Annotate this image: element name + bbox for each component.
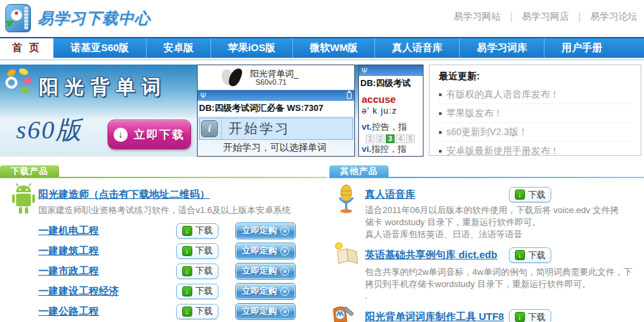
- product-link[interactable]: 一建建设工程经济: [38, 285, 176, 298]
- word-card: accuse ə' k ju:z vt.控告，指 1 2 3 4 5 vi.指控…: [359, 91, 423, 157]
- menu-item-description: 开始学习，可以选择单词: [223, 142, 353, 154]
- selected-menu-item: i 开始学习: [199, 118, 353, 140]
- banner-download-button[interactable]: ↓ 立即下载: [108, 120, 191, 149]
- update-item: 苹果版发布！: [439, 104, 631, 123]
- product-link[interactable]: 一建建筑工程: [38, 245, 176, 257]
- arrow-right-icon: »: [280, 287, 289, 296]
- bullet-icon: [439, 112, 442, 115]
- db-status-line: DB:四级考试词汇必备 WS:7307: [198, 101, 354, 116]
- link-forum[interactable]: 易学习论坛: [590, 11, 637, 23]
- order-now-button[interactable]: 立即定购»: [235, 243, 296, 259]
- app-header: 阳光背单词_ S60v0.71: [198, 65, 354, 90]
- download-button[interactable]: ↓下载: [176, 264, 218, 279]
- order-now-button[interactable]: 立即定购»: [235, 303, 296, 320]
- nav-item-ios[interactable]: 苹果iOS版: [210, 38, 292, 58]
- download-button[interactable]: ↓下载: [176, 223, 218, 239]
- main-nav: 首 页 诺基亚S60版 安卓版 苹果iOS版 微软WM版 真人语音库 易学习词库…: [0, 37, 644, 58]
- product-title-row: 英语基础共享例句库 dict.edb: [365, 249, 497, 261]
- nav-item-nokia-s60[interactable]: 诺基亚S60版: [53, 38, 146, 58]
- banner-title: 阳光背单词: [39, 74, 207, 101]
- recent-updates-box: 最近更新: 有版权的真人语音库发布！ 苹果版发布！ s60更新到V2.3版！ 安…: [429, 65, 641, 156]
- promo-banner: 阳光背单词 s60版 ↓ 立即下载 阳光背单词_ S60v0.71 Ψ DB:四…: [0, 65, 424, 157]
- download-arrow-icon: ↓: [182, 226, 192, 236]
- product-link[interactable]: 真人语音库: [365, 188, 415, 201]
- tab-download-products: 下载产品: [0, 165, 59, 177]
- download-button[interactable]: ↓下载: [509, 247, 551, 263]
- header: 易学习下载中心 易学习网站 | 易学习网店 | 易学习论坛: [0, 0, 644, 37]
- download-button[interactable]: ↓下载: [176, 304, 218, 319]
- bullet-icon: [439, 150, 442, 153]
- nav-item-manual[interactable]: 用户手册: [544, 38, 618, 58]
- tools-book-icon: [331, 305, 359, 322]
- word: accuse: [362, 93, 420, 105]
- product-row: 一建公路工程 ↓下载 立即定购»: [0, 301, 323, 321]
- order-now-button[interactable]: 立即定购»: [235, 283, 296, 300]
- schoolbag-logo-icon: [5, 4, 31, 32]
- download-arrow-icon: ↓: [182, 266, 192, 276]
- page: 易学习下载中心 易学习网站 | 易学习网店 | 易学习论坛 首 页 诺基亚S60…: [0, 0, 644, 322]
- other-products-list: 真人语音库 ↓下载 适合2011年06月以后版本的软件使用，下载后将 voice…: [329, 182, 644, 322]
- update-item: 有版权的真人语音库发布！: [439, 85, 631, 104]
- banner-subtitle: s60版: [16, 113, 83, 147]
- status-bar: Ψ: [198, 90, 354, 101]
- product-link[interactable]: 英语基础共享例句库 dict.edb: [365, 249, 497, 261]
- product-title-row: 真人语音库: [365, 188, 415, 201]
- product-desc-line: 包含共享的约2w单词音标，4w单词的例句，简明词典需要此文件，下: [365, 266, 632, 278]
- download-button[interactable]: ↓下载: [509, 309, 551, 322]
- db-status-line: DB:四级考试: [359, 76, 423, 91]
- download-arrow-icon: ↓: [515, 250, 525, 260]
- link-shop[interactable]: 易学习网店: [522, 11, 569, 23]
- download-arrow-icon: ↓: [182, 246, 192, 256]
- product-desc-line: 拷贝到手机存储卡wordstudy 目录下，重新运行软件即可。: [365, 278, 591, 290]
- product-link[interactable]: 阳光背单词词库制作工具 UTF8: [365, 311, 504, 322]
- nav-item-voice-library[interactable]: 真人语音库: [374, 38, 459, 58]
- arrow-right-icon: »: [280, 247, 289, 255]
- download-button[interactable]: ↓下载: [176, 284, 218, 299]
- product-link[interactable]: 一建市政工程: [38, 265, 176, 278]
- product-row: 一建建筑工程 ↓下载 立即定购»: [0, 241, 323, 261]
- bullet-icon: [439, 131, 442, 134]
- download-product-list: 一建机电工程 ↓下载 立即定购» 一建建筑工程 ↓下载 立即定购» 一建市政工程…: [0, 220, 323, 321]
- status-bar: Ψ: [359, 65, 423, 76]
- meaning-line: vt.控告，指: [362, 121, 420, 133]
- arrow-right-icon: »: [280, 227, 289, 235]
- page-number: 4: [396, 134, 405, 143]
- info-icon: i: [201, 120, 218, 137]
- download-arrow-icon: ↓: [515, 190, 525, 200]
- antenna-icon: Ψ: [200, 92, 206, 99]
- product-link[interactable]: 一建机电工程: [38, 225, 176, 237]
- updates-title: 最近更新:: [439, 71, 631, 83]
- product-desc-line: 适合2011年06月以后版本的软件使用，下载后将 voice.edv 文件拷: [365, 204, 619, 216]
- product-desc-line: 真人语音库包括英语、日语、法语等语音: [365, 229, 522, 241]
- update-item: s60更新到V2.3版！: [439, 123, 631, 142]
- tab-other-products: 其他产品: [329, 165, 389, 177]
- product-title-row: 阳光背单词词库制作工具 UTF8: [365, 311, 504, 322]
- update-item: 安卓版最新使用手册发布！: [439, 142, 631, 161]
- battery-icon: [347, 92, 352, 99]
- order-now-button[interactable]: 立即定购»: [235, 263, 296, 280]
- page-number-active: 3: [386, 134, 395, 143]
- order-now-button[interactable]: 立即定购»: [235, 223, 296, 239]
- download-button[interactable]: ↓下载: [509, 187, 551, 202]
- page-number: 2: [376, 134, 385, 143]
- featured-product-link[interactable]: 阳光建造师（点击有下载地址二维码）: [38, 188, 210, 200]
- product-desc-line: 储卡 wordstudy 目录下，重新运行软件即可。: [365, 216, 540, 229]
- app-version: S60v0.71: [255, 78, 286, 86]
- phone-screenshot-1: 阳光背单词_ S60v0.71 Ψ DB:四级考试词汇必备 WS:7307 i …: [197, 65, 355, 157]
- download-button[interactable]: ↓下载: [176, 243, 218, 259]
- nav-underline: [0, 59, 644, 61]
- bullet-icon: [439, 93, 442, 96]
- nav-item-home[interactable]: 首 页: [0, 38, 53, 58]
- nav-item-android[interactable]: 安卓版: [146, 38, 210, 58]
- download-arrow-icon: ↓: [182, 307, 192, 317]
- arrow-right-icon: »: [280, 307, 289, 316]
- arrow-right-icon: »: [280, 267, 289, 276]
- product-desc-line: .: [365, 290, 368, 300]
- logo-link[interactable]: 易学习下载中心: [5, 4, 151, 32]
- phone-screenshot-2: Ψ DB:四级考试 accuse ə' k ju:z vt.控告，指 1 2 3…: [358, 65, 424, 157]
- nav-item-wm[interactable]: 微软WM版: [292, 38, 375, 58]
- nav-item-dictionary[interactable]: 易学习词库: [459, 38, 544, 58]
- product-link[interactable]: 一建公路工程: [38, 305, 176, 318]
- link-website[interactable]: 易学习网站: [454, 11, 501, 23]
- link-separator: |: [578, 11, 581, 22]
